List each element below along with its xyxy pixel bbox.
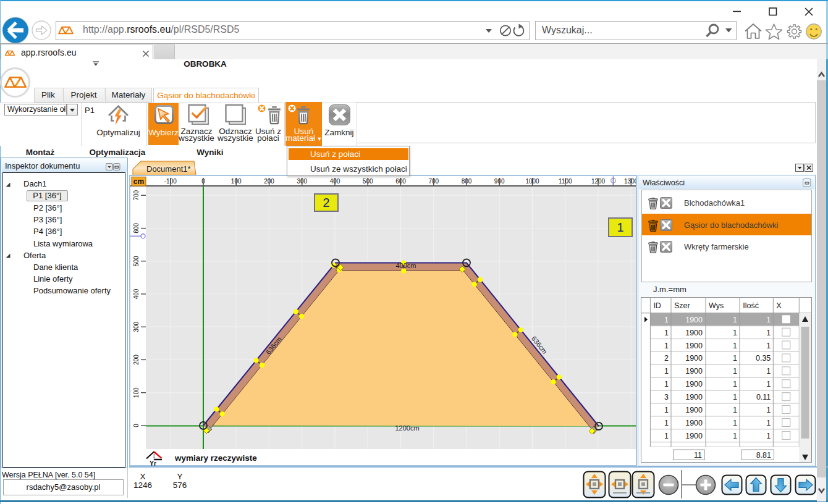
svg-text:1: 1 (664, 367, 669, 376)
svg-text:1900: 1900 (685, 342, 703, 350)
svg-text:0.11: 0.11 (756, 393, 771, 401)
svg-text:200: 200 (133, 355, 140, 365)
svg-text:1200cm: 1200cm (395, 424, 419, 432)
svg-text:1: 1 (664, 419, 669, 427)
svg-text:cm: cm (133, 177, 144, 186)
svg-text:1: 1 (733, 380, 737, 388)
svg-text:ID: ID (653, 301, 661, 310)
svg-text:900: 900 (494, 178, 505, 185)
svg-text:500: 500 (133, 256, 140, 266)
svg-text:0.35: 0.35 (756, 354, 771, 363)
svg-text:1000: 1000 (525, 178, 539, 185)
svg-text:600: 600 (133, 223, 140, 233)
svg-text:1: 1 (733, 419, 737, 427)
svg-text:1900: 1900 (685, 316, 703, 324)
svg-text:400: 400 (330, 178, 340, 185)
svg-text:1: 1 (766, 419, 771, 427)
svg-text:X: X (776, 301, 782, 310)
svg-text:1900: 1900 (685, 393, 703, 401)
svg-text:2: 2 (664, 354, 669, 363)
svg-text:1: 1 (733, 342, 737, 350)
svg-text:1: 1 (733, 329, 737, 337)
svg-text:-100: -100 (164, 178, 177, 185)
svg-text:8.81: 8.81 (756, 451, 771, 460)
svg-text:400cm: 400cm (395, 262, 416, 269)
svg-text:1200: 1200 (591, 178, 606, 185)
svg-text:1: 1 (733, 393, 737, 401)
svg-text:1: 1 (733, 406, 737, 414)
svg-text:0: 0 (133, 424, 140, 427)
svg-text:1900: 1900 (685, 406, 703, 414)
svg-text:600: 600 (395, 178, 406, 185)
svg-text:300: 300 (297, 178, 307, 185)
svg-text:500: 500 (363, 178, 373, 185)
svg-text:Wys: Wys (709, 301, 724, 310)
svg-text:1: 1 (766, 380, 771, 388)
svg-text:400: 400 (133, 288, 140, 299)
svg-text:1900: 1900 (685, 380, 703, 388)
svg-text:1: 1 (617, 220, 623, 234)
svg-text:1: 1 (664, 380, 669, 388)
svg-text:3: 3 (664, 393, 669, 401)
svg-text:1300: 1300 (624, 178, 636, 185)
svg-text:1: 1 (664, 406, 669, 414)
svg-text:1900: 1900 (685, 419, 703, 427)
svg-text:1: 1 (664, 329, 669, 337)
svg-text:1: 1 (766, 316, 771, 324)
svg-text:1: 1 (766, 406, 771, 414)
svg-text:2: 2 (323, 196, 329, 209)
svg-text:1100: 1100 (559, 178, 572, 185)
svg-text:1900: 1900 (685, 354, 703, 363)
svg-text:11: 11 (694, 451, 702, 460)
svg-text:200: 200 (264, 178, 274, 185)
svg-text:800: 800 (462, 178, 472, 185)
svg-text:1: 1 (733, 354, 737, 363)
svg-text:1: 1 (766, 329, 771, 337)
svg-text:100: 100 (133, 387, 140, 398)
svg-text:1: 1 (664, 316, 669, 324)
svg-text:1: 1 (766, 432, 771, 440)
svg-text:700: 700 (133, 190, 140, 200)
svg-text:300: 300 (133, 321, 140, 332)
svg-text:1: 1 (766, 342, 771, 350)
svg-text:700: 700 (428, 178, 439, 185)
svg-text:100: 100 (231, 178, 242, 185)
svg-text:1900: 1900 (685, 329, 703, 337)
svg-text:0: 0 (201, 178, 205, 185)
svg-text:1: 1 (766, 367, 771, 376)
svg-text:Szer: Szer (674, 301, 690, 310)
svg-text:1: 1 (733, 367, 737, 376)
svg-text:1: 1 (733, 432, 737, 440)
svg-text:Ilość: Ilość (743, 301, 759, 310)
svg-text:1900: 1900 (685, 432, 703, 440)
svg-text:1: 1 (664, 342, 669, 350)
svg-text:1900: 1900 (685, 367, 703, 376)
svg-text:Yr: Yr (150, 460, 156, 467)
svg-text:1: 1 (664, 432, 669, 440)
svg-text:1: 1 (733, 316, 737, 324)
